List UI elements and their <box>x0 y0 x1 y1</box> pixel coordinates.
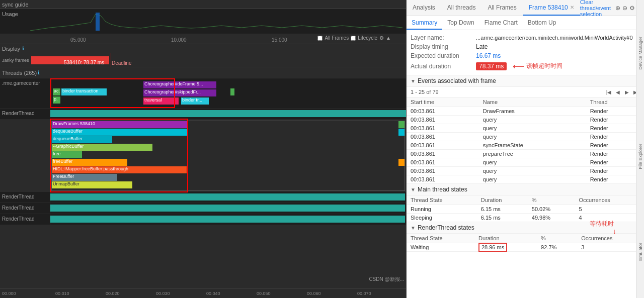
render-trace-freebuf[interactable]: freeBuffer <box>52 159 127 166</box>
col-start-time: Start time <box>407 97 479 107</box>
layer-name-row: Layer name: ...arme.gamecenter/com.minit… <box>411 33 640 42</box>
next-page-button[interactable]: ▶ <box>623 88 631 96</box>
trace-block-choreo1[interactable]: Choreographer#doFrame 5... <box>143 81 216 88</box>
event-row[interactable]: 00:03.861prepareTreeRender <box>407 150 644 158</box>
trace-block[interactable]: ac. <box>53 88 60 95</box>
time-00030: 00.030 <box>156 291 170 296</box>
tab-frame-538410[interactable]: Frame 538410 ✕ <box>523 0 580 16</box>
all-frames-label: All Frames <box>325 35 349 41</box>
event-name: prepareTree <box>479 150 586 158</box>
zoom-out-icon[interactable]: ⊖ <box>622 5 627 12</box>
trace-block[interactable]: p. <box>53 96 60 104</box>
render-thread-4: RenderThread <box>0 214 406 225</box>
events-toggle-icon[interactable]: ▼ <box>411 78 416 84</box>
render-trace-area[interactable]: DrawFrames 538410 dequeueBuffer dequeueB… <box>51 121 405 191</box>
display-info-icon: ℹ <box>22 46 24 51</box>
render-thread-section: RenderThread DrawFrames 538410 dequeueBu… <box>0 109 406 225</box>
tab-all-frames[interactable]: All Frames <box>481 0 522 16</box>
settings-icon[interactable]: ⚙ <box>379 35 384 41</box>
tab-bottom-up[interactable]: Bottom Up <box>523 16 561 30</box>
expected-duration-label: Expected duration <box>411 52 476 59</box>
event-row[interactable]: 00:03.861queryRender <box>407 133 644 141</box>
event-row[interactable]: 00:03.861queryRender <box>407 175 644 184</box>
events-table-header: Start time Name Thread <box>407 97 644 107</box>
time-00010: 00.010 <box>55 291 69 296</box>
event-row[interactable]: 00:03.861DrawFramesRender <box>407 107 644 116</box>
time-00040: 00.040 <box>206 291 220 296</box>
first-page-button[interactable]: |◀ <box>605 88 613 96</box>
trace-block-traversal[interactable]: traversal <box>143 97 179 105</box>
event-start-time: 00:03.861 <box>407 167 479 175</box>
event-name: query <box>479 116 586 124</box>
device-manager-tab[interactable]: Device Manager <box>638 37 643 70</box>
event-name: query <box>479 175 586 184</box>
expected-duration-value: 16.67 ms <box>476 52 501 59</box>
time-00060: 00.060 <box>307 291 321 296</box>
trace-block-small[interactable] <box>230 88 234 95</box>
close-tab-icon[interactable]: ✕ <box>570 5 574 10</box>
analysis-panel: Analysis All threads All Frames Frame 53… <box>407 0 644 298</box>
prev-page-button[interactable]: ◀ <box>614 88 622 96</box>
file-explorer-tab[interactable]: File Explorer <box>638 144 643 169</box>
render-trace-freebuffer2[interactable]: FreeBuffer <box>52 174 117 181</box>
render-state-row: Waiting28.96 ms92.7%3 <box>407 243 644 252</box>
render-thread-toggle[interactable]: ▼ <box>411 225 416 231</box>
event-row[interactable]: 00:03.861syncFrameStateRender <box>407 141 644 150</box>
top-tabs: Analysis All threads All Frames Frame 53… <box>407 0 644 16</box>
analysis-tabs: Summary Top Down Flame Chart Bottom Up <box>407 16 644 30</box>
event-row[interactable]: 00:03.861queryRender <box>407 158 644 167</box>
all-frames-bar: All Frames Lifecycle ⚙ ▲ <box>317 35 391 41</box>
event-row[interactable]: 00:03.861queryRender <box>407 116 644 124</box>
tab-top-down[interactable]: Top Down <box>442 16 479 30</box>
janky-bar[interactable]: 538410: 78.37 ms <box>31 56 109 64</box>
render-trace-free[interactable]: free <box>52 151 82 158</box>
clear-selection-button[interactable]: Clear thread/event selection <box>580 0 611 17</box>
col-occurrences: Occurrences <box>575 195 644 205</box>
time-00020: 00.020 <box>106 291 120 296</box>
trace-panel: sync guide Usage 05.000 10.000 15.000 Al… <box>0 0 407 298</box>
main-thread-toggle[interactable]: ▼ <box>411 187 416 192</box>
render-thread-states-table: Thread State Duration % Occurrences Wait… <box>407 234 644 252</box>
render-trace-drawframes[interactable]: DrawFrames 538410 <box>52 121 188 128</box>
ruler-15000: 15.000 <box>272 37 287 43</box>
event-name: query <box>479 167 586 175</box>
trace-block-choreo2[interactable]: Choreographer#skippedFr... <box>143 89 216 96</box>
bottom-timeline: 00.000 00.010 00.020 00.030 00.040 00.05… <box>0 288 406 298</box>
main-thread-row: .rme.gamecenter ac. p. binder transactio… <box>0 78 406 109</box>
settings-top-icon[interactable]: ⚙ <box>629 5 635 12</box>
side-panel-tabs: Device Manager File Explorer Emulator <box>636 0 644 298</box>
event-thread: Render <box>586 107 644 116</box>
emulator-tab[interactable]: Emulator <box>638 243 643 261</box>
event-start-time: 00:03.861 <box>407 107 479 116</box>
actual-duration-annotation: 该帧超时时间 <box>526 62 562 70</box>
render-trace-dequeue1[interactable]: dequeueBuffer <box>52 129 188 136</box>
render-trace-hidl[interactable]: HIDL:IMapper:freeBuffer:passthrough <box>52 166 187 173</box>
main-thread-section-header: ▼ Main thread states <box>407 184 644 195</box>
all-frames-checkbox[interactable] <box>317 36 323 41</box>
col-percent: % <box>528 195 575 205</box>
zoom-in-icon[interactable]: ⊕ <box>615 5 620 12</box>
event-row[interactable]: 00:03.861queryRender <box>407 167 644 175</box>
events-section-header: ▼ Events associated with frame <box>407 75 644 87</box>
event-start-time: 00:03.861 <box>407 175 479 184</box>
trace-block-binder2[interactable]: binder tr... <box>181 97 209 105</box>
render-thread-label: RenderThread <box>0 109 50 119</box>
tab-summary[interactable]: Summary <box>407 16 442 30</box>
render-trace-unmap[interactable]: UnmapBuffer <box>52 181 132 188</box>
tab-analysis[interactable]: Analysis <box>407 0 441 16</box>
tab-flame-chart[interactable]: Flame Chart <box>479 16 523 30</box>
event-start-time: 00:03.861 <box>407 150 479 158</box>
render-thread-bar-2 <box>50 193 405 201</box>
collapse-icon[interactable]: ▲ <box>386 35 391 41</box>
event-name: syncFrameState <box>479 141 586 150</box>
lifecycle-checkbox[interactable] <box>351 36 356 41</box>
sync-guide-bar: sync guide <box>0 0 406 9</box>
event-row[interactable]: 00:03.861queryRender <box>407 124 644 133</box>
display-row: Display ℹ <box>0 44 406 53</box>
render-trace-dequeue2[interactable]: dequeueBuffer <box>52 136 112 143</box>
trace-block-binder[interactable]: binder transaction <box>61 88 107 95</box>
render-trace-graphic[interactable]: --GraphicBuffer <box>52 144 152 151</box>
tab-all-threads[interactable]: All threads <box>441 0 482 16</box>
event-name: query <box>479 124 586 133</box>
pagination-text: 1 - 25 of 79 <box>411 89 439 95</box>
